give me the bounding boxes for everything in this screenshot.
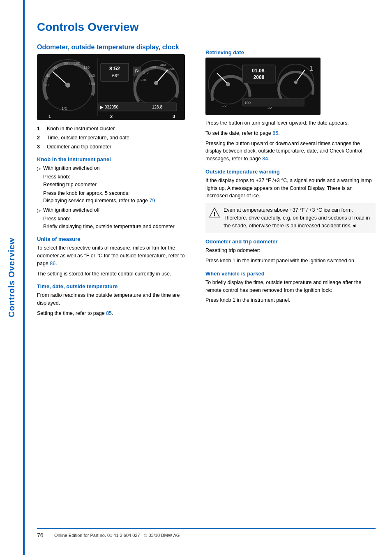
svg-text:․66°: ․66° bbox=[111, 73, 119, 78]
knob-list-item-2: ▷ With ignition switched off Press knob:… bbox=[37, 206, 193, 230]
label-text-2: Time, outside temperature, and date bbox=[47, 134, 129, 142]
svg-rect-46 bbox=[242, 99, 304, 106]
knob-list-item-1: ▷ With ignition switched on Press knob:R… bbox=[37, 164, 193, 205]
retrieving-date-text-2: To set the date, refer to page 85. bbox=[205, 130, 376, 137]
svg-text:1/2: 1/2 bbox=[267, 106, 272, 110]
label-item-1: 1 Knob in the instrument cluster bbox=[37, 125, 193, 133]
label-text-1: Knob in the instrument cluster bbox=[47, 125, 115, 133]
page-ref-86[interactable]: 86 bbox=[50, 261, 55, 266]
svg-point-44 bbox=[294, 81, 297, 84]
svg-text:290: 290 bbox=[168, 67, 174, 71]
knob-item-1-content: With ignition switched on Press knob:Res… bbox=[43, 164, 193, 205]
page-ref-85-left[interactable]: 85 bbox=[106, 310, 112, 316]
svg-point-3 bbox=[65, 83, 70, 88]
instrument-cluster-image: 20 40 60 80 100 120 140 160 8:52 ․66° bbox=[37, 54, 185, 120]
page-ref-79[interactable]: 79 bbox=[149, 198, 155, 204]
svg-text:220: 220 bbox=[141, 78, 146, 82]
left-column: Odometer, outside temperature display, c… bbox=[37, 44, 193, 516]
time-date-text-2: Setting the time, refer to page 85. bbox=[37, 310, 193, 317]
svg-text:3: 3 bbox=[173, 114, 175, 119]
svg-text:160: 160 bbox=[89, 82, 95, 86]
svg-text:60: 60 bbox=[53, 65, 58, 69]
svg-text:80: 80 bbox=[64, 61, 68, 65]
svg-text:100: 100 bbox=[244, 101, 251, 105]
svg-text:01.08.: 01.08. bbox=[252, 68, 265, 74]
page-ref-84[interactable]: 84 bbox=[262, 156, 268, 162]
svg-text:280: 280 bbox=[160, 63, 166, 67]
sidebar: Controls Overview bbox=[0, 0, 25, 555]
warning-text: Even at temperatures above +37 °F / +3 °… bbox=[224, 206, 372, 229]
retrieving-date-image: 1/2 01.08. 2008 -1 1/2 bbox=[205, 58, 321, 115]
outside-temp-text-1: If the display drops to +37 °F /+3 °C, a… bbox=[205, 177, 376, 200]
svg-text:8:52: 8:52 bbox=[109, 65, 120, 72]
retrieving-date-title: Retrieving date bbox=[205, 49, 376, 56]
svg-text:2: 2 bbox=[110, 114, 113, 119]
warning-triangle-icon: ! bbox=[209, 207, 220, 219]
warning-box: ! Even at temperatures above +37 °F / +3… bbox=[205, 203, 376, 233]
retrieving-date-text-3: Pressing the button upward or downward s… bbox=[205, 140, 376, 163]
svg-text:2008: 2008 bbox=[254, 74, 265, 80]
page-container: Controls Overview Controls Overview Odom… bbox=[0, 0, 392, 555]
time-date-text-1: From radio readiness the outside tempera… bbox=[37, 291, 193, 307]
svg-text:1: 1 bbox=[48, 114, 51, 119]
parked-text-2: Press knob 1 in the instrument panel. bbox=[205, 296, 376, 304]
svg-text:1/2: 1/2 bbox=[62, 106, 67, 111]
svg-point-36 bbox=[226, 82, 230, 86]
page-number: 76 bbox=[37, 532, 49, 539]
svg-text:120: 120 bbox=[83, 65, 90, 69]
units-text-1: To select the respective units of measur… bbox=[37, 244, 193, 267]
instrument-labels-list: 1 Knob in the instrument cluster 2 Time,… bbox=[37, 125, 193, 150]
label-num-3: 3 bbox=[37, 143, 44, 151]
retrieving-date-text-1: Press the button on turn signal lever up… bbox=[205, 119, 376, 127]
svg-text:▶ 032050: ▶ 032050 bbox=[100, 105, 119, 109]
odometer-text-2: Press knob 1 in the instrument panel wit… bbox=[205, 257, 376, 265]
svg-text:20: 20 bbox=[44, 83, 48, 87]
arrow-icon-2: ▷ bbox=[37, 207, 41, 230]
odometer-text-1: Resetting trip odometer: bbox=[205, 247, 376, 254]
page-ref-85-right[interactable]: 85 bbox=[272, 130, 278, 136]
units-section-title: Units of measure bbox=[37, 236, 193, 242]
section-title-odometer: Odometer, outside temperature display, c… bbox=[37, 44, 193, 51]
knob-list: ▷ With ignition switched on Press knob:R… bbox=[37, 164, 193, 230]
knob-item-2-content: With ignition switched off Press knob:Br… bbox=[43, 206, 193, 230]
label-text-3: Odometer and trip odometer bbox=[47, 143, 111, 151]
two-col-layout: Odometer, outside temperature display, c… bbox=[37, 44, 376, 516]
svg-text:240: 240 bbox=[143, 71, 149, 74]
units-text-2: The setting is stored for the remote con… bbox=[37, 270, 193, 278]
parked-section-title: When vehicle is parked bbox=[205, 271, 376, 277]
page-footer: 76 Online Edition for Part no. 01 41 2 6… bbox=[37, 528, 376, 539]
label-item-2: 2 Time, outside temperature, and date bbox=[37, 134, 193, 142]
arrow-icon-1: ▷ bbox=[37, 165, 41, 205]
page-title: Controls Overview bbox=[37, 21, 376, 34]
outside-temp-title: Outside temperature warning bbox=[205, 169, 376, 175]
knob-section-title: Knob in the instrument panel bbox=[37, 156, 193, 162]
label-item-3: 3 Odometer and trip odometer bbox=[37, 143, 193, 151]
svg-point-20 bbox=[154, 81, 158, 85]
svg-text:260: 260 bbox=[150, 65, 156, 69]
svg-text:123.8: 123.8 bbox=[152, 105, 162, 109]
sidebar-label: Controls Overview bbox=[7, 238, 16, 317]
svg-text:40: 40 bbox=[46, 74, 50, 78]
svg-text:140: 140 bbox=[89, 74, 95, 78]
svg-text:!: ! bbox=[214, 210, 216, 217]
label-num-1: 1 bbox=[37, 125, 44, 133]
right-column: Retrieving date 1/2 01.08. 20 bbox=[205, 44, 376, 516]
time-date-section-title: Time, date, outside temperature bbox=[37, 283, 193, 289]
main-content: Controls Overview Odometer, outside temp… bbox=[25, 0, 392, 555]
odometer-section-title: Odometer and trip odometer bbox=[205, 238, 376, 245]
svg-text:1/2: 1/2 bbox=[222, 104, 227, 108]
parked-text-1: To briefly display the time, outside tem… bbox=[205, 279, 376, 294]
label-num-2: 2 bbox=[37, 134, 44, 142]
footer-text: Online Edition for Part no. 01 41 2 604 … bbox=[54, 533, 180, 538]
svg-text:100: 100 bbox=[74, 61, 80, 65]
